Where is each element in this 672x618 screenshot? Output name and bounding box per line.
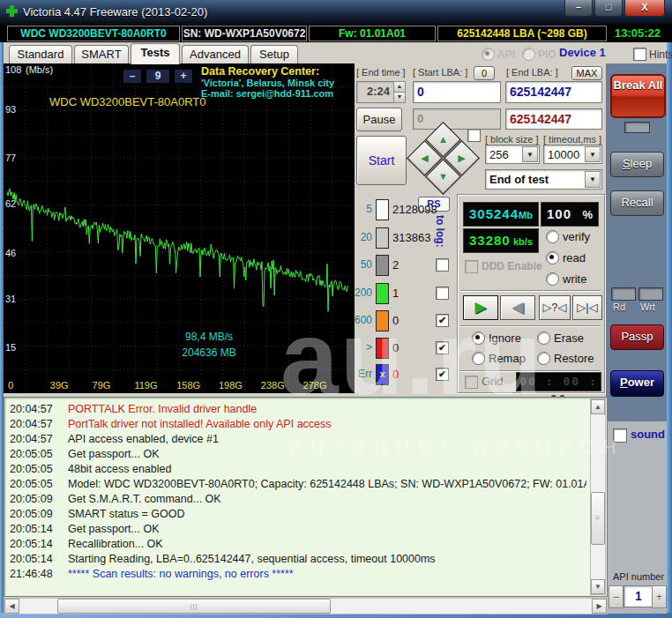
bin-row: 502: [355, 255, 457, 276]
log-time: 20:04:57: [10, 433, 53, 445]
start-button[interactable]: Start: [356, 136, 407, 185]
pio-radio[interactable]: [522, 48, 535, 61]
end-lba-field[interactable]: 625142447: [505, 81, 602, 103]
scrollbar-thumb[interactable]: ≡: [591, 492, 605, 545]
scroll-left-icon[interactable]: ◀: [4, 599, 19, 614]
log-message: API access enabled, device #1: [68, 433, 219, 445]
svg-text:0: 0: [8, 380, 13, 391]
jump-random-button[interactable]: ▷?◁: [539, 295, 571, 320]
timeout-value: 10000: [548, 148, 579, 161]
end-lba-label: [ End LBA: ]: [506, 67, 558, 78]
log-message: Get passport... OK: [68, 523, 160, 535]
passp-button[interactable]: Passp: [610, 324, 664, 350]
block-size-select[interactable]: 256 ▼: [485, 145, 540, 164]
test-control-panel: [ End time ] [ Start LBA: ] 0 [ End LBA:…: [355, 63, 606, 393]
api-radio[interactable]: [482, 48, 495, 61]
end-action-select[interactable]: End of test ▼: [485, 169, 602, 190]
log-entry: 20:05:09Get S.M.A.R.T. command... OK: [4, 493, 586, 508]
ddd-enable-checkbox[interactable]: [465, 260, 478, 273]
start-lba-field[interactable]: 0: [413, 81, 501, 103]
bin-to-log-checkbox[interactable]: [436, 258, 449, 272]
scroll-down-icon[interactable]: ▼: [591, 579, 605, 594]
monitor-group: 305244 Mb 100 % 33280 kb/s verify read w…: [457, 194, 605, 393]
jump-end-button[interactable]: ▷|◁: [572, 295, 602, 320]
banner-email: E-mail: sergei@hdd-911.com: [201, 88, 334, 99]
bin-count: 0: [392, 314, 399, 327]
hints-label: Hints: [649, 48, 672, 61]
timeout-select[interactable]: 10000 ▼: [543, 145, 602, 164]
drive-model: WDC WD3200BEVT-80A0RT0: [7, 26, 180, 41]
log-horizontal-scrollbar[interactable]: ◀ ||| ▶: [4, 598, 608, 614]
hints-checkbox[interactable]: [633, 48, 646, 61]
close-button[interactable]: X: [624, 0, 665, 17]
svg-text:278G: 278G: [303, 380, 327, 391]
log-vertical-scrollbar[interactable]: ▲ ≡ ▼: [590, 398, 606, 595]
ignore-radio[interactable]: [472, 331, 485, 345]
tab-tests[interactable]: Tests: [131, 43, 180, 64]
power-button[interactable]: Power: [610, 370, 664, 397]
bin-to-log-checkbox[interactable]: [436, 287, 449, 300]
scrollbar-thumb[interactable]: |||: [57, 599, 331, 614]
tab-advanced[interactable]: Advanced: [182, 45, 249, 63]
restore-radio[interactable]: [537, 352, 550, 365]
scroll-right-icon[interactable]: ▶: [592, 599, 607, 614]
scroll-up-icon[interactable]: ▲: [591, 399, 605, 414]
bin-threshold-label: >: [355, 341, 372, 354]
chevron-down-icon[interactable]: ▼: [522, 146, 538, 162]
graph-current-position: 204636 MB: [134, 346, 284, 359]
read-radio[interactable]: [546, 251, 559, 264]
tab-smart[interactable]: SMART: [74, 45, 129, 63]
minimize-button[interactable]: –: [564, 0, 593, 17]
zoom-in-button[interactable]: +: [175, 70, 192, 83]
end-time-spin-down[interactable]: ▼: [393, 92, 406, 103]
log-time: 20:05:05: [10, 478, 53, 490]
block-size-value: 256: [489, 148, 509, 161]
end-lba-max-button[interactable]: MAX: [571, 66, 602, 80]
bin-count: 0: [392, 341, 399, 354]
nav-buttons: ▶◀▷?◁▷|◁: [458, 295, 604, 320]
percent-value: 100: [547, 206, 571, 221]
graph-current-speed: 98,4 MB/s: [134, 331, 284, 343]
sleep-button[interactable]: Sleep: [610, 152, 664, 177]
remap-label: Remap: [489, 352, 526, 365]
block-size-label: [ block size ]: [485, 134, 539, 145]
log-time: 20:05:09: [10, 493, 53, 505]
chevron-down-icon[interactable]: ▼: [585, 171, 601, 188]
start-lba-zero-button[interactable]: 0: [474, 66, 495, 80]
tab-setup[interactable]: Setup: [250, 45, 298, 63]
maximize-button[interactable]: □: [594, 0, 623, 17]
sound-checkbox[interactable]: [613, 428, 627, 443]
verify-radio[interactable]: [546, 230, 559, 243]
bin-color-swatch: [376, 338, 389, 359]
api-number-field[interactable]: 1: [623, 585, 653, 607]
chevron-down-icon[interactable]: ▼: [585, 146, 601, 162]
scan-backward-button[interactable]: ◀: [500, 295, 535, 320]
zoom-out-button[interactable]: –: [123, 70, 141, 83]
log-time: 20:05:09: [10, 508, 53, 520]
bin-to-log-checkbox[interactable]: ✔: [436, 314, 449, 327]
write-radio[interactable]: [546, 272, 559, 286]
seek-checkbox[interactable]: [467, 129, 481, 142]
svg-text:79G: 79G: [93, 380, 111, 391]
arrow-down-icon: ▼: [431, 165, 455, 189]
pause-button[interactable]: Pause: [356, 108, 402, 131]
remap-radio[interactable]: [472, 352, 485, 365]
bin-row: >0✔: [355, 338, 457, 359]
bin-color-swatch: [376, 283, 389, 304]
recall-button[interactable]: Recall: [610, 190, 664, 216]
tab-standard[interactable]: Standard: [9, 45, 72, 63]
percent-lcd: 100 %: [541, 202, 599, 227]
elapsed-timer-lcd: 00 : 00 : 00: [516, 372, 601, 391]
scan-forward-button[interactable]: ▶: [463, 295, 498, 320]
bin-to-log-checkbox[interactable]: ✔: [436, 341, 449, 354]
break-all-button[interactable]: Break All: [610, 74, 666, 118]
bin-to-log-checkbox[interactable]: ✔: [436, 368, 449, 381]
api-number-minus-button[interactable]: –: [609, 585, 623, 608]
erase-radio[interactable]: [537, 331, 550, 345]
end-lba-mirror-field: 625142447: [505, 108, 602, 130]
grid-checkbox[interactable]: [465, 376, 478, 389]
graph-zoom-control: –9+: [123, 67, 198, 83]
api-number-plus-button[interactable]: +: [652, 585, 667, 608]
log-time: 21:46:48: [10, 568, 53, 580]
bin-color-swatch: [376, 255, 389, 276]
